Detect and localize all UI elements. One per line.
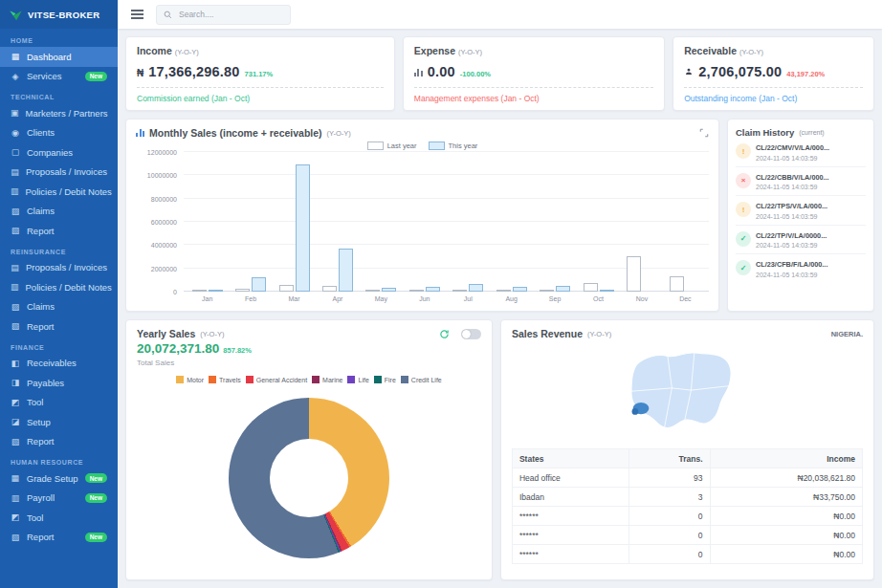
expand-icon[interactable] bbox=[699, 128, 709, 138]
claim-item[interactable]: !CL/22/CMV/V/LA/000...2024-11-05 14:03:5… bbox=[736, 138, 866, 167]
sidebar-item-policies-debit-notes[interactable]: ▥Policies / Debit Notes bbox=[0, 182, 118, 202]
sidebar-item-claims[interactable]: ▨Claims bbox=[0, 297, 118, 317]
sidebar-item-report[interactable]: ▧Report bbox=[0, 316, 118, 337]
pie-legend-swatch bbox=[401, 376, 408, 383]
claim-item[interactable]: ✓CL/22/TP/V/LA/0000...2024-11-05 14:03:5… bbox=[736, 226, 866, 255]
x-tick-label: Jun bbox=[403, 292, 446, 305]
claim-ref: CL/22/TP/V/LA/0000... bbox=[756, 231, 827, 240]
y-tick-label: 12000000 bbox=[147, 149, 177, 156]
sidebar-item-policies-debit-notes[interactable]: ▥Policies / Debit Notes bbox=[0, 277, 118, 297]
x-tick-label: Nov bbox=[620, 292, 663, 305]
menu-toggle-icon[interactable] bbox=[131, 10, 143, 19]
sidebar-item-setup[interactable]: ◪Setup bbox=[0, 412, 118, 432]
table-cell: ₦0.00 bbox=[710, 526, 862, 545]
bar-chart-plot bbox=[184, 152, 709, 292]
search-input[interactable] bbox=[177, 9, 283, 20]
stat-value-row: ₦17,366,296.80731.17% bbox=[137, 64, 384, 79]
claim-text: CL/22/CMV/V/LA/000...2024-11-05 14:03:59 bbox=[756, 143, 829, 162]
brand[interactable]: VITSE-BROKER bbox=[0, 0, 118, 29]
claim-item[interactable]: ✓CL/23/CFB/F/LA/000...2024-11-05 14:03:5… bbox=[736, 254, 866, 283]
sales-revenue-card: Sales Revenue (Y-O-Y) NIGERIA. bbox=[500, 319, 874, 580]
sidebar-item-claims[interactable]: ▨Claims bbox=[0, 202, 118, 222]
pie-legend-label: Life bbox=[358, 377, 368, 383]
bar-this-year bbox=[209, 290, 223, 292]
x-tick-label: Oct bbox=[577, 292, 620, 305]
monthly-sales-title: Monthly Sales (income + receivable) bbox=[149, 127, 322, 139]
sidebar-item-companies[interactable]: ▢Companies bbox=[0, 142, 118, 163]
pie-legend-swatch bbox=[209, 376, 216, 383]
sidebar-item-report[interactable]: ▧ReportNew bbox=[0, 528, 118, 548]
sidebar-item-proposals-invoices[interactable]: ▤Proposals / Invoices bbox=[0, 163, 118, 183]
claim-ref: CL/23/CFB/F/LA/000... bbox=[756, 260, 827, 269]
claims-icon: ▨ bbox=[11, 207, 20, 216]
table-cell: ₦0.00 bbox=[710, 507, 862, 526]
nav-label: Report bbox=[27, 532, 55, 542]
pie-legend-label: Credit Life bbox=[411, 377, 442, 383]
claim-history-period: (current) bbox=[799, 129, 824, 136]
claim-text: CL/23/CFB/F/LA/000...2024-11-05 14:03:59 bbox=[756, 260, 827, 278]
bar-group-mar bbox=[273, 152, 316, 292]
pie-legend-item: Travels bbox=[209, 376, 241, 383]
bar-group-nov bbox=[620, 152, 663, 292]
nav-label: Services bbox=[27, 71, 61, 81]
claim-status-icon-pending: ! bbox=[736, 143, 751, 159]
pie-legend-item: Credit Life bbox=[401, 376, 442, 383]
pie-legend-swatch bbox=[312, 376, 320, 383]
stat-note: Management expenses (Jan - Oct) bbox=[414, 94, 653, 103]
stat-title: Income (Y-O-Y) bbox=[137, 45, 384, 56]
claim-text: CL/22/CBB/V/LA/000...2024-11-05 14:03:59 bbox=[756, 173, 829, 191]
sidebar-nav: HOME▦Dashboard◈ServicesNewTECHNICAL▣Mark… bbox=[0, 29, 118, 588]
claim-item[interactable]: ×CL/22/CBB/V/LA/000...2024-11-05 14:03:5… bbox=[736, 167, 866, 197]
sidebar-item-dashboard[interactable]: ▦Dashboard bbox=[0, 47, 118, 67]
payroll-icon: ▥ bbox=[11, 493, 20, 503]
y-axis: 0200000040000006000000800000010000000120… bbox=[136, 152, 184, 292]
sidebar-item-payroll[interactable]: ▥PayrollNew bbox=[0, 489, 118, 509]
stat-card-expense: Expense (Y-O-Y)0.00-100.00%Management ex… bbox=[403, 36, 665, 111]
nav-label: Companies bbox=[27, 147, 73, 158]
claim-ref: CL/22/CBB/V/LA/000... bbox=[756, 173, 829, 182]
table-cell: ₦20,038,621.80 bbox=[710, 468, 862, 488]
claims-icon: ▨ bbox=[11, 302, 20, 312]
sidebar-item-receivables[interactable]: ◧Receivables bbox=[0, 354, 118, 374]
sidebar-item-grade-setup[interactable]: ▦Grade SetupNew bbox=[0, 468, 118, 489]
stat-note: Outstanding income (Jan - Oct) bbox=[684, 94, 863, 103]
claim-ref: CL/22/CMV/V/LA/000... bbox=[756, 143, 829, 152]
sidebar-item-report[interactable]: ▧Report bbox=[0, 221, 118, 241]
policies-icon: ▥ bbox=[11, 282, 19, 292]
bar-group-jul bbox=[447, 152, 490, 292]
pie-legend-item: Motor bbox=[176, 376, 204, 383]
middle-row: Monthly Sales (income + receivable) (Y-O… bbox=[125, 119, 874, 312]
bar-this-year bbox=[296, 164, 310, 292]
sidebar-item-tool[interactable]: ◩Tool bbox=[0, 508, 118, 528]
pie-legend-label: Motor bbox=[187, 377, 204, 383]
monthly-sales-period: (Y-O-Y) bbox=[327, 129, 351, 138]
nav-section-label: TECHNICAL bbox=[0, 86, 118, 103]
monthly-chart: 0200000040000006000000800000010000000120… bbox=[136, 152, 709, 305]
dashboard-content: Income (Y-O-Y)₦17,366,296.80731.17%Commi… bbox=[118, 29, 882, 588]
sidebar: VITSE-BROKER HOME▦Dashboard◈ServicesNewT… bbox=[0, 0, 118, 588]
monthly-sales-card: Monthly Sales (income + receivable) (Y-O… bbox=[125, 119, 719, 312]
chart-toggle[interactable] bbox=[461, 329, 481, 339]
sidebar-item-report[interactable]: ▧Report bbox=[0, 432, 118, 452]
pie-legend-item: Fire bbox=[374, 376, 396, 383]
pie-legend-swatch bbox=[246, 376, 254, 383]
sidebar-item-proposals-invoices[interactable]: ▤Proposals / Invoices bbox=[0, 258, 118, 278]
pie-legend-label: General Accident bbox=[256, 377, 307, 383]
stat-delta: 43,197.20% bbox=[786, 70, 825, 78]
stat-delta: -100.00% bbox=[460, 70, 491, 78]
pie-legend-label: Marine bbox=[322, 377, 342, 383]
revenue-table-body: Head office93₦20,038,621.80Ibadan3₦33,75… bbox=[512, 468, 862, 564]
sales-revenue-title: Sales Revenue bbox=[512, 328, 583, 339]
claim-item[interactable]: !CL/22/TPS/V/LA/000...2024-11-05 14:03:5… bbox=[736, 196, 866, 226]
sidebar-item-services[interactable]: ◈ServicesNew bbox=[0, 67, 118, 87]
x-tick-label: Feb bbox=[229, 292, 272, 305]
companies-icon: ▢ bbox=[11, 147, 20, 157]
y-tick-label: 10000000 bbox=[147, 172, 177, 179]
sidebar-item-tool[interactable]: ◩Tool bbox=[0, 393, 118, 413]
search-box[interactable] bbox=[156, 5, 291, 25]
sidebar-item-marketers-partners[interactable]: ▣Marketers / Partners bbox=[0, 103, 118, 123]
sidebar-item-payables[interactable]: ◨Payables bbox=[0, 373, 118, 393]
yearly-sales-card: Yearly Sales (Y-O-Y) 20,072,371.80857.82… bbox=[125, 319, 493, 580]
sidebar-item-clients[interactable]: ◉Clients bbox=[0, 123, 118, 143]
refresh-icon[interactable] bbox=[439, 329, 450, 339]
